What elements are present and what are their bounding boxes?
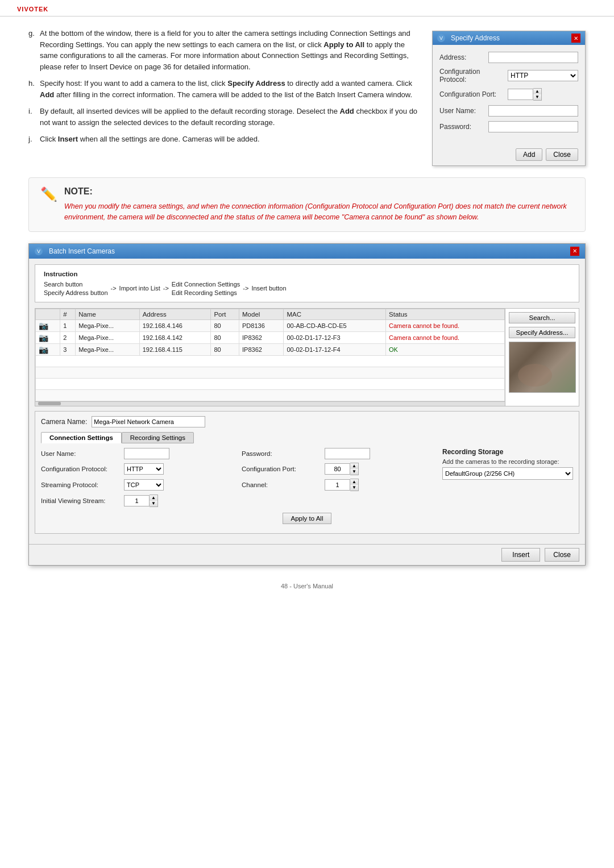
config-protocol-settings-select[interactable]: HTTP bbox=[124, 463, 164, 475]
streaming-protocol-select[interactable]: TCP bbox=[124, 479, 164, 491]
config-port-settings-input[interactable] bbox=[325, 463, 350, 475]
initial-viewing-down-button[interactable]: ▼ bbox=[150, 501, 157, 506]
password-settings-input[interactable] bbox=[325, 448, 370, 459]
specify-address-ref: Specify Address bbox=[227, 79, 285, 88]
page-footer-text: 48 - User's Manual bbox=[281, 583, 333, 589]
row3-name: Mega-Pixe... bbox=[76, 343, 139, 355]
initial-viewing-input[interactable] bbox=[124, 495, 150, 506]
close-dialog-button[interactable]: Close bbox=[546, 148, 578, 161]
arrow3: -> bbox=[243, 285, 248, 292]
col-port: Port bbox=[211, 309, 239, 319]
row1-num: 1 bbox=[60, 319, 76, 331]
streaming-protocol-label: Streaming Protocol: bbox=[41, 481, 121, 488]
specify-address-table-button[interactable]: Specify Address... bbox=[509, 327, 575, 338]
table-scroll-container[interactable]: # Name Address Port Model MAC Status bbox=[35, 309, 505, 401]
row1-port: 80 bbox=[211, 319, 239, 331]
batch-insert-button[interactable]: Insert bbox=[501, 548, 540, 562]
row3-model: IP8362 bbox=[239, 343, 284, 355]
settings-tabs: Connection Settings Recording Settings bbox=[41, 432, 573, 443]
search-button-label: Search button bbox=[44, 281, 108, 288]
camera-name-row: Camera Name: bbox=[41, 416, 573, 427]
insert-ref: Insert bbox=[58, 135, 78, 143]
channel-up-button[interactable]: ▲ bbox=[350, 479, 358, 485]
row2-address: 192.168.4.142 bbox=[139, 331, 211, 343]
letter-i: i. bbox=[28, 106, 32, 117]
row1-model: PD8136 bbox=[239, 319, 284, 331]
row3-address: 192.168.4.115 bbox=[139, 343, 211, 355]
initial-viewing-spinner: ▲ ▼ bbox=[124, 495, 158, 507]
row3-num: 3 bbox=[60, 343, 76, 355]
main-content: V Specify Address ✕ Address: Configurati… bbox=[0, 16, 614, 601]
header: VIVOTEK bbox=[0, 0, 614, 16]
channel-down-button[interactable]: ▼ bbox=[350, 485, 358, 491]
letter-h: h. bbox=[28, 78, 35, 89]
batch-window-title: Batch Insert Cameras bbox=[49, 247, 115, 255]
instruction-flow: Search button Specify Address button -> … bbox=[44, 281, 570, 296]
batch-footer: Insert Close bbox=[29, 544, 585, 565]
config-port-settings-row: Configuration Port: ▲ ▼ bbox=[242, 463, 431, 475]
dialog-footer: Add Close bbox=[433, 144, 585, 165]
edit-recording-label: Edit Recording Settings bbox=[172, 289, 240, 296]
batch-insert-window: V Batch Insert Cameras ✕ Instruction Sea… bbox=[28, 243, 586, 566]
instruction-g: g. At the bottom of the window, there is… bbox=[28, 28, 586, 72]
note-content: NOTE: When you modify the camera setting… bbox=[64, 186, 574, 223]
config-protocol-settings-row: Configuration Protocol: HTTP bbox=[41, 463, 230, 475]
settings-left: User Name: Password: Configuration Proto… bbox=[41, 448, 431, 507]
config-port-up-button[interactable]: ▲ bbox=[350, 463, 358, 469]
add-ref: Add bbox=[40, 90, 54, 99]
config-port-settings-label: Configuration Port: bbox=[242, 466, 321, 472]
row2-name: Mega-Pixe... bbox=[76, 331, 139, 343]
col-status: Status bbox=[386, 309, 505, 319]
row2-mac: 00-02-D1-17-12-F3 bbox=[284, 331, 386, 343]
import-label: Import into List bbox=[119, 285, 160, 292]
instruction-box: Instruction Search button Specify Addres… bbox=[35, 264, 579, 302]
col-model: Model bbox=[239, 309, 284, 319]
table-row[interactable]: 📷 1 Mega-Pixe... 192.168.4.146 80 PD8136… bbox=[36, 319, 505, 331]
tab-connection-settings[interactable]: Connection Settings bbox=[41, 432, 122, 443]
camera-table-wrap: # Name Address Port Model MAC Status bbox=[35, 308, 579, 406]
row2-model: IP8362 bbox=[239, 331, 284, 343]
table-row-empty bbox=[36, 367, 505, 378]
row1-address: 192.168.4.146 bbox=[139, 319, 211, 331]
letter-j: j. bbox=[28, 134, 32, 145]
username-settings-row: User Name: bbox=[41, 448, 230, 459]
table-scrollbar[interactable] bbox=[35, 401, 505, 406]
apply-to-all-button[interactable]: Apply to All bbox=[283, 513, 332, 524]
edit-labels: Edit Connection Settings Edit Recording … bbox=[172, 281, 240, 296]
camera-name-label: Camera Name: bbox=[41, 418, 87, 426]
username-settings-label: User Name: bbox=[41, 450, 121, 457]
row1-icon: 📷 bbox=[36, 319, 60, 331]
batch-titlebar: V Batch Insert Cameras ✕ bbox=[29, 244, 585, 259]
tab-recording-settings[interactable]: Recording Settings bbox=[122, 432, 194, 443]
initial-viewing-btns: ▲ ▼ bbox=[150, 495, 158, 507]
row2-port: 80 bbox=[211, 331, 239, 343]
initial-viewing-up-button[interactable]: ▲ bbox=[150, 495, 157, 501]
table-row[interactable]: 📷 2 Mega-Pixe... 192.168.4.142 80 IP8362… bbox=[36, 331, 505, 343]
col-name: Name bbox=[76, 309, 139, 319]
add-button[interactable]: Add bbox=[516, 148, 542, 161]
recording-storage-title: Recording Storage bbox=[442, 448, 573, 456]
channel-label: Channel: bbox=[242, 481, 321, 488]
row2-status: Camera cannot be found. bbox=[386, 331, 505, 343]
channel-input[interactable] bbox=[325, 479, 350, 491]
batch-close-x-button[interactable]: ✕ bbox=[570, 247, 579, 256]
insert-button-label: Insert button bbox=[251, 285, 286, 292]
col-mac: MAC bbox=[284, 309, 386, 319]
apply-to-all-row: Apply to All bbox=[41, 513, 573, 524]
username-settings-input[interactable] bbox=[124, 448, 169, 459]
camera-name-input[interactable] bbox=[92, 416, 205, 427]
table-row-empty bbox=[36, 378, 505, 389]
config-protocol-settings-label: Configuration Protocol: bbox=[41, 466, 121, 472]
streaming-protocol-row: Streaming Protocol: TCP bbox=[41, 479, 230, 491]
initial-viewing-label: Initial Viewing Stream: bbox=[41, 497, 121, 504]
camera-thumbnail bbox=[509, 342, 576, 393]
search-button[interactable]: Search... bbox=[509, 312, 575, 323]
batch-close-button[interactable]: Close bbox=[545, 548, 579, 562]
col-icon bbox=[36, 309, 60, 319]
config-port-settings-btns: ▲ ▼ bbox=[350, 463, 359, 475]
recording-storage-select[interactable]: DefaultGroup (2/256 CH) bbox=[442, 467, 573, 480]
table-row[interactable]: 📷 3 Mega-Pixe... 192.168.4.115 80 IP8362… bbox=[36, 343, 505, 355]
config-port-down-button[interactable]: ▼ bbox=[350, 469, 358, 475]
camera-table: # Name Address Port Model MAC Status bbox=[35, 309, 505, 401]
camera-table-left: # Name Address Port Model MAC Status bbox=[35, 309, 505, 406]
